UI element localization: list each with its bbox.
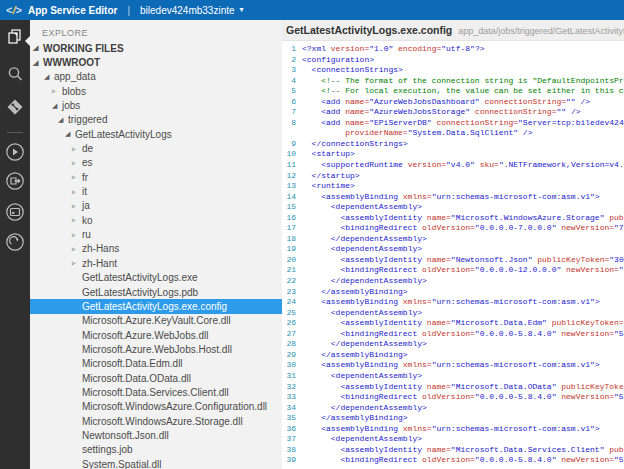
code-line[interactable]: 11 <supportedRuntime version="v4.0" sku=… xyxy=(282,160,624,171)
code-line[interactable]: 36 <assemblyBinding xmlns="urn:schemas-m… xyxy=(282,424,624,435)
code-line[interactable]: 33 <bindingRedirect oldVersion="0.0.0.0-… xyxy=(282,392,624,403)
collapsed-arrow-icon[interactable]: ▹ xyxy=(72,216,82,224)
collapsed-arrow-icon[interactable]: ▹ xyxy=(72,259,82,267)
code-line[interactable]: 23 </assemblyBinding> xyxy=(282,287,624,298)
line-number: 22 xyxy=(282,276,296,287)
expanded-arrow-icon[interactable]: ◢ xyxy=(33,59,43,67)
folder-item[interactable]: ▹fr xyxy=(30,170,282,184)
expanded-arrow-icon[interactable]: ◢ xyxy=(65,130,75,138)
code-line[interactable]: 8 <add name="EPiServerDB" connectionStri… xyxy=(282,118,624,129)
code-line[interactable]: 10 <startup> xyxy=(282,149,624,160)
file-item[interactable]: Newtonsoft.Json.dll xyxy=(30,428,282,442)
code-line[interactable]: 2<configuration> xyxy=(282,55,624,66)
code-line[interactable]: 9 </connectionStrings> xyxy=(282,139,624,150)
site-name-dropdown[interactable]: biledev424mb33zinte xyxy=(140,5,235,16)
code-line[interactable]: 17 <bindingRedirect oldVersion="0.0.0.0-… xyxy=(282,223,624,234)
folder-item[interactable]: ◢app_data xyxy=(30,70,282,84)
folder-item[interactable]: ▹de xyxy=(30,141,282,155)
code-line[interactable]: 29 </assemblyBinding> xyxy=(282,350,624,361)
folder-item[interactable]: ▹blobs xyxy=(30,84,282,98)
folder-item[interactable]: ▹zh-Hant xyxy=(30,256,282,270)
code-line[interactable]: 21 <bindingRedirect oldVersion="0.0.0.0-… xyxy=(282,265,624,276)
code-text: <startup> xyxy=(296,149,355,160)
code-editor[interactable]: 1<?xml version="1.0" encoding="utf-8"?>2… xyxy=(282,42,624,469)
code-line[interactable]: 3 <connectionStrings> xyxy=(282,65,624,76)
code-line[interactable]: 1<?xml version="1.0" encoding="utf-8"?> xyxy=(282,44,624,55)
file-item[interactable]: GetLatestActivityLogs.exe xyxy=(30,271,282,285)
folder-item[interactable]: ◢WORKING FILES xyxy=(30,41,282,55)
code-line[interactable]: 31 <dependentAssembly> xyxy=(282,371,624,382)
code-line[interactable]: 7 <add name="AzureWebJobsStorage" connec… xyxy=(282,107,624,118)
folder-item[interactable]: ▹zh-Hans xyxy=(30,242,282,256)
code-line[interactable]: 20 <assemblyIdentity name="Newtonsoft.Js… xyxy=(282,255,624,266)
output-tab[interactable] xyxy=(0,171,30,191)
editor-tab[interactable]: GetLatestActivityLogs.exe.config xyxy=(286,24,452,36)
code-line[interactable]: 37 <dependentAssembly> xyxy=(282,434,624,445)
code-line[interactable]: 27 <bindingRedirect oldVersion="0.0.0.0-… xyxy=(282,329,624,340)
file-item[interactable]: Microsoft.WindowsAzure.Storage.dll xyxy=(30,414,282,428)
open-external-tab[interactable] xyxy=(0,232,30,252)
collapsed-arrow-icon[interactable]: ▹ xyxy=(72,159,82,167)
file-item[interactable]: System.Spatial.dll xyxy=(30,457,282,469)
collapsed-arrow-icon[interactable]: ▹ xyxy=(72,173,82,181)
chevron-down-icon[interactable]: ▾ xyxy=(240,6,244,14)
search-tab[interactable] xyxy=(0,65,30,83)
folder-item[interactable]: ▹es xyxy=(30,156,282,170)
code-line[interactable]: 35 </assemblyBinding> xyxy=(282,413,624,424)
folder-item[interactable]: ◢triggered xyxy=(30,113,282,127)
code-line[interactable]: 5 <!-- For local execution, the value ca… xyxy=(282,86,624,97)
file-item[interactable]: Microsoft.Azure.WebJobs.Host.dll xyxy=(30,342,282,356)
code-line[interactable]: 30 <assemblyBinding xmlns="urn:schemas-m… xyxy=(282,360,624,371)
collapsed-arrow-icon[interactable]: ▹ xyxy=(72,245,82,253)
code-line[interactable]: 38 <assemblyIdentity name="Microsoft.Dat… xyxy=(282,445,624,456)
code-line[interactable]: 28 </dependentAssembly> xyxy=(282,339,624,350)
file-item[interactable]: settings.job xyxy=(30,443,282,457)
folder-item[interactable]: ▹ko xyxy=(30,213,282,227)
code-line[interactable]: 13 <runtime> xyxy=(282,181,624,192)
file-item[interactable]: Microsoft.Azure.WebJobs.dll xyxy=(30,328,282,342)
expanded-arrow-icon[interactable]: ◢ xyxy=(44,73,54,81)
file-item[interactable]: Microsoft.Data.OData.dll xyxy=(30,371,282,385)
folder-item[interactable]: ◢GetLatestActivityLogs xyxy=(30,127,282,141)
folder-item[interactable]: ▹ru xyxy=(30,227,282,241)
file-item[interactable]: Microsoft.WindowsAzure.Configuration.dll xyxy=(30,400,282,414)
code-line[interactable]: 39 <bindingRedirect oldVersion="0.0.0.0-… xyxy=(282,455,624,466)
code-line[interactable]: 14 <assemblyBinding xmlns="urn:schemas-m… xyxy=(282,192,624,203)
code-line[interactable]: 22 </dependentAssembly> xyxy=(282,276,624,287)
console-tab[interactable] xyxy=(0,202,30,222)
code-line[interactable]: 18 </dependentAssembly> xyxy=(282,234,624,245)
folder-item[interactable]: ▹ja xyxy=(30,199,282,213)
code-line[interactable]: 16 <assemblyIdentity name="Microsoft.Win… xyxy=(282,213,624,224)
collapsed-arrow-icon[interactable]: ▹ xyxy=(72,231,82,239)
collapsed-arrow-icon[interactable]: ▹ xyxy=(52,87,62,95)
folder-item[interactable]: ▹it xyxy=(30,184,282,198)
file-item[interactable]: Microsoft.Data.Services.Client.dll xyxy=(30,385,282,399)
expanded-arrow-icon[interactable]: ◢ xyxy=(58,116,68,124)
git-tab[interactable] xyxy=(0,98,30,116)
expanded-arrow-icon[interactable]: ◢ xyxy=(33,44,43,52)
file-item[interactable]: Microsoft.Azure.KeyVault.Core.dll xyxy=(30,314,282,328)
folder-item[interactable]: ◢WWWROOT xyxy=(30,55,282,69)
code-line[interactable]: 4 <!-- The format of the connection stri… xyxy=(282,76,624,87)
folder-item[interactable]: ◢jobs xyxy=(30,98,282,112)
collapsed-arrow-icon[interactable]: ▹ xyxy=(72,202,82,210)
code-text: <dependentAssembly> xyxy=(296,308,422,319)
code-line[interactable]: 12 </startup> xyxy=(282,171,624,182)
code-line[interactable]: providerName="System.Data.SqlClient" /> xyxy=(282,128,624,139)
code-line[interactable]: 6 <add name="AzureWebJobsDashboard" conn… xyxy=(282,97,624,108)
tree-item-label: settings.job xyxy=(82,444,133,455)
file-item[interactable]: GetLatestActivityLogs.pdb xyxy=(30,285,282,299)
code-line[interactable]: 34 </dependentAssembly> xyxy=(282,403,624,414)
code-line[interactable]: 26 <assemblyIdentity name="Microsoft.Dat… xyxy=(282,318,624,329)
code-line[interactable]: 19 <dependentAssembly> xyxy=(282,244,624,255)
file-item[interactable]: GetLatestActivityLogs.exe.config xyxy=(30,299,282,313)
code-line[interactable]: 25 <dependentAssembly> xyxy=(282,308,624,319)
code-line[interactable]: 24 <assemblyBinding xmlns="urn:schemas-m… xyxy=(282,297,624,308)
code-line[interactable]: 32 <assemblyIdentity name="Microsoft.Dat… xyxy=(282,382,624,393)
file-item[interactable]: Microsoft.Data.Edm.dll xyxy=(30,357,282,371)
expanded-arrow-icon[interactable]: ◢ xyxy=(52,102,62,110)
collapsed-arrow-icon[interactable]: ▹ xyxy=(72,188,82,196)
collapsed-arrow-icon[interactable]: ▹ xyxy=(72,145,82,153)
run-tab[interactable] xyxy=(0,142,30,162)
code-line[interactable]: 15 <dependentAssembly> xyxy=(282,202,624,213)
